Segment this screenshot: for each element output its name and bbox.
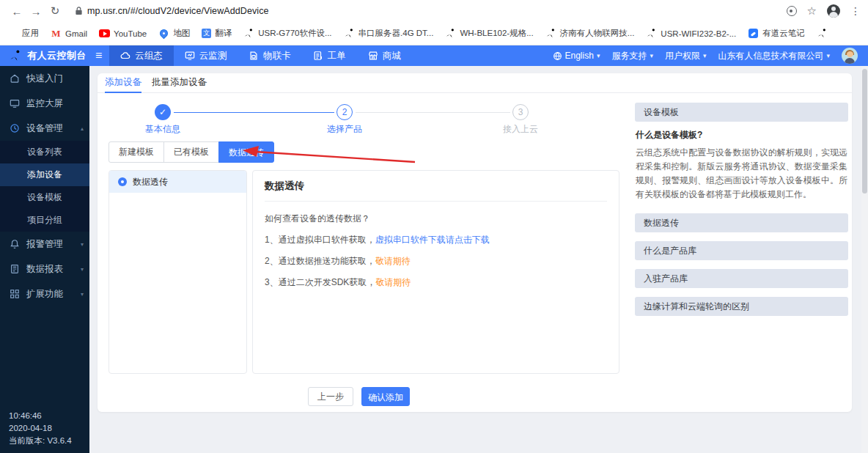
sidebar-item-extensions[interactable]: 扩展功能 ▾ (0, 281, 89, 306)
language-icon (553, 51, 562, 61)
bookmark-serial-server[interactable]: 串口服务器.4G DT... (344, 28, 434, 39)
previous-step-button[interactable]: 上一步 (308, 387, 353, 406)
help-section-what-is-product-library[interactable]: 什么是产品库 (635, 241, 848, 260)
device-management-icon (10, 123, 20, 133)
bookmark-star-icon[interactable]: ☆ (807, 4, 817, 18)
sidebar-label: 监控大屏 (26, 97, 63, 110)
step-1-label: 基本信息 (126, 123, 199, 136)
help-section-device-template[interactable]: 设备模板 (635, 103, 848, 122)
main-content: 添加设备 批量添加设备 ✓ 2 3 基本信息 选择产品 接入上云 新建模板 已有… (89, 66, 868, 453)
scrollbar-thumb[interactable] (862, 69, 867, 194)
bookmark-gmail[interactable]: M Gmail (51, 28, 87, 39)
language-selector[interactable]: English ▾ (553, 51, 600, 61)
sidebar-item-dashboard[interactable]: 监控大屏 (0, 91, 89, 116)
passthrough-list-panel: 数据透传 (108, 170, 247, 374)
support-label: 服务支持 (611, 50, 647, 62)
bookmark-maps[interactable]: 地图 (158, 28, 190, 39)
bookmark-label: 翻译 (215, 28, 232, 39)
brand[interactable]: 有人云控制台 (0, 45, 94, 66)
company-menu[interactable]: 山东有人信息技术有限公司 ▾ (718, 50, 830, 62)
sidebar-footer: 10:46:46 2020-04-18 当前版本: V3.6.4 (9, 410, 72, 447)
coming-soon-flag: 敬请期待 (375, 277, 411, 287)
usr-runner-icon (646, 28, 657, 39)
passthrough-content-panel: 数据透传 如何查看设备的透传数据？ 1、通过虚拟串口软件获取，虚拟串口软件下载请… (252, 170, 619, 374)
chevron-down-icon: ▾ (81, 291, 84, 298)
sidebar-item-device-list[interactable]: 设备列表 (0, 141, 89, 163)
refresh-icon[interactable]: ↻ (45, 4, 65, 18)
tab-data-passthrough[interactable]: 数据透传 (218, 141, 274, 163)
bookmark-usr-wifi232[interactable]: USR-WIFI232-B2-... (646, 28, 736, 39)
bookmark-label: USR-G770软件设... (258, 28, 331, 39)
browser-profile-avatar[interactable] (827, 4, 840, 18)
sidebar-item-data-report[interactable]: 数据报表 ▾ (0, 257, 89, 281)
bookmark-label: 应用 (22, 28, 39, 39)
page-tabs: 添加设备 批量添加设备 (98, 73, 852, 93)
nav-label: 工单 (328, 50, 346, 62)
chevron-down-icon: ▾ (826, 52, 830, 59)
bookmark-jinan-usr[interactable]: 济南有人物联网技... (545, 28, 635, 39)
sidebar-item-alarm-management[interactable]: 报警管理 ▾ (0, 232, 89, 257)
hamburger-menu-icon[interactable]: ≡ (94, 45, 109, 66)
chevron-down-icon: ▾ (650, 52, 653, 59)
usr-logo-icon (9, 49, 22, 62)
permission-menu[interactable]: 用户权限 ▾ (665, 50, 707, 62)
bookmark-youtube[interactable]: YouTube (99, 28, 147, 39)
chevron-down-icon: ▾ (703, 52, 707, 59)
bookmark-label: 济南有人物联网技... (560, 28, 635, 39)
monitor-icon (185, 51, 195, 61)
help-question: 什么是设备模板? (636, 129, 847, 141)
url-text[interactable]: mp.usr.cn/#/cloudV2/device/ViewAddDevice (87, 6, 269, 16)
bookmark-label: 地图 (173, 28, 190, 39)
youdao-icon (748, 28, 759, 39)
browser-toolbar: ← → ↻ mp.usr.cn/#/cloudV2/device/ViewAdd… (0, 0, 868, 22)
bookmark-usr-g770[interactable]: USR-G770软件设... (243, 28, 331, 39)
sidebar-item-device-template[interactable]: 设备模板 (0, 186, 89, 209)
bookmark-wh-ble102[interactable]: WH-BLE102-规格... (445, 28, 533, 39)
nav-label: 物联卡 (263, 50, 291, 62)
page-scrollbar[interactable] (861, 66, 868, 453)
gmail-icon: M (51, 28, 62, 39)
help-section-edge-vs-cloud-polling[interactable]: 边缘计算和云端轮询的区别 (635, 297, 848, 316)
tab-add-device[interactable]: 添加设备 (105, 73, 141, 93)
tab-batch-add-device[interactable]: 批量添加设备 (152, 73, 207, 93)
line-text: 1、通过虚拟串口软件获取， (265, 235, 375, 245)
sidebar-item-add-device[interactable]: 添加设备 (0, 163, 89, 186)
current-date: 2020-04-18 (9, 422, 72, 435)
help-section-body: 什么是设备模板? 云组态系统中配置与设备数据协议的解析规则，实现远程采集和控制。… (635, 129, 848, 202)
template-tabs: 新建模板 已有模板 数据透传 (108, 141, 274, 163)
line-text: 2、通过数据推送功能获取， (265, 256, 375, 266)
bookmark-youdao-note[interactable]: 有道云笔记 (748, 28, 805, 39)
nav-cloud-scada[interactable]: 云组态 (109, 45, 174, 66)
nav-work-order[interactable]: 工单 (302, 45, 357, 66)
help-section-data-passthrough[interactable]: 数据透传 (635, 213, 848, 232)
sidebar-item-device-management[interactable]: 设备管理 ▴ (0, 116, 89, 141)
tab-existing-template[interactable]: 已有模板 (163, 141, 219, 163)
download-link[interactable]: 虚拟串口软件下载请点击下载 (375, 235, 490, 245)
forward-icon[interactable]: → (26, 5, 45, 18)
permission-label: 用户权限 (665, 50, 700, 62)
top-nav: 云组态 云监测 物联卡 工单 商城 (109, 45, 412, 66)
nav-label: 云组态 (135, 50, 163, 62)
radio-selected-icon (118, 177, 127, 186)
help-section-join-product-library[interactable]: 入驻产品库 (635, 269, 848, 288)
support-menu[interactable]: 服务支持 ▾ (611, 50, 653, 62)
bell-icon (10, 239, 20, 249)
storefront-icon (368, 51, 378, 61)
confirm-add-button[interactable]: 确认添加 (361, 387, 410, 406)
nav-mall[interactable]: 商城 (357, 45, 412, 66)
sidebar-item-quickstart[interactable]: 快速入门 (0, 66, 89, 91)
sidebar-label: 快速入门 (26, 73, 63, 85)
back-icon[interactable]: ← (7, 5, 26, 18)
bookmark-translate[interactable]: 文 翻译 (202, 28, 232, 39)
bookmark-apps[interactable]: 应用 (7, 28, 39, 39)
sidebar-item-project-group[interactable]: 项目分组 (0, 209, 89, 232)
step-3-label: 接入上云 (484, 123, 557, 136)
tab-new-template[interactable]: 新建模板 (108, 141, 164, 163)
browser-menu-icon[interactable]: ⋮ (850, 5, 861, 17)
user-avatar[interactable] (842, 48, 858, 64)
nav-cloud-monitor[interactable]: 云监测 (174, 45, 238, 66)
nav-iot-card[interactable]: 物联卡 (238, 45, 302, 66)
send-to-device-icon[interactable] (787, 6, 797, 16)
bookmark-usr-unnamed[interactable] (817, 28, 828, 39)
list-item-data-passthrough[interactable]: 数据透传 (109, 171, 246, 193)
